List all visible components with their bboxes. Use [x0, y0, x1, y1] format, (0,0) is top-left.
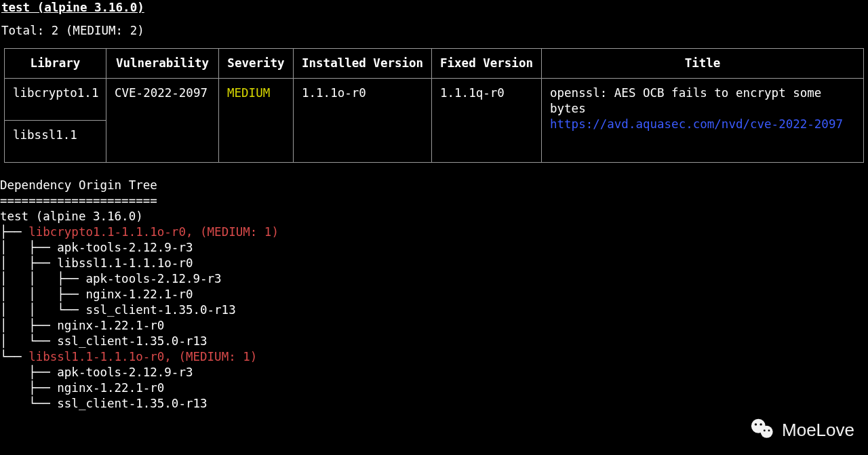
tree-heading: Dependency Origin Tree: [0, 178, 157, 192]
vuln-link[interactable]: https://avd.aquasec.com/nvd/cve-2022-209…: [550, 117, 843, 131]
dependency-tree: Dependency Origin Tree =================…: [0, 163, 868, 412]
tree-node-vulnerable: libcrypto1.1-1.1.1o-r0, (MEDIUM: 1): [28, 225, 279, 239]
svg-point-1: [761, 426, 773, 438]
tree-node: apk-tools-2.12.9-r3: [85, 272, 221, 285]
col-header-severity: Severity: [219, 49, 294, 79]
tree-node: ssl_client-1.35.0-r13: [57, 334, 207, 348]
table-row: libcrypto1.1 CVE-2022-2097 MEDIUM 1.1.1o…: [5, 79, 864, 121]
tree-node: apk-tools-2.12.9-r3: [57, 241, 193, 254]
tree-node: nginx-1.22.1-r0: [85, 288, 193, 301]
vuln-title-text: openssl: AES OCB fails to encrypt some b…: [550, 86, 821, 115]
severity-badge: MEDIUM: [227, 86, 270, 100]
vulnerability-table: Library Vulnerability Severity Installed…: [4, 48, 864, 163]
tree-node: apk-tools-2.12.9-r3: [57, 365, 193, 379]
wechat-icon: [749, 416, 775, 444]
table-header-row: Library Vulnerability Severity Installed…: [5, 49, 864, 79]
svg-point-5: [768, 429, 770, 431]
cell-library: libcrypto1.1: [5, 79, 106, 121]
col-header-installed: Installed Version: [294, 49, 432, 79]
cell-vulnerability: CVE-2022-2097: [106, 79, 219, 163]
cell-severity: MEDIUM: [219, 79, 294, 163]
cell-title: openssl: AES OCB fails to encrypt some b…: [542, 79, 864, 163]
watermark: MoeLove: [749, 416, 854, 444]
col-header-library: Library: [5, 49, 106, 79]
cell-installed: 1.1.1o-r0: [294, 79, 432, 163]
cell-library: libssl1.1: [5, 121, 106, 163]
scan-target-header: test (alpine 3.16.0): [0, 0, 868, 16]
tree-node: libssl1.1-1.1.1o-r0: [57, 256, 193, 270]
col-header-fixed: Fixed Version: [432, 49, 542, 79]
tree-root: test (alpine 3.16.0): [0, 210, 143, 223]
total-summary: Total: 2 (MEDIUM: 2): [0, 16, 868, 48]
terminal-output: test (alpine 3.16.0) Total: 2 (MEDIUM: 2…: [0, 0, 868, 412]
svg-point-3: [760, 423, 762, 425]
tree-node: ssl_client-1.35.0-r13: [57, 397, 207, 410]
watermark-text: MoeLove: [782, 422, 854, 438]
col-header-title: Title: [542, 49, 864, 79]
tree-node: nginx-1.22.1-r0: [57, 381, 164, 395]
svg-point-4: [764, 429, 766, 431]
col-header-vulnerability: Vulnerability: [106, 49, 219, 79]
tree-node: ssl_client-1.35.0-r13: [85, 303, 235, 317]
tree-node-vulnerable: libssl1.1-1.1.1o-r0, (MEDIUM: 1): [28, 350, 257, 363]
svg-point-2: [755, 423, 757, 425]
cell-fixed: 1.1.1q-r0: [432, 79, 542, 163]
tree-rule: ======================: [0, 194, 157, 207]
tree-node: nginx-1.22.1-r0: [57, 319, 164, 332]
